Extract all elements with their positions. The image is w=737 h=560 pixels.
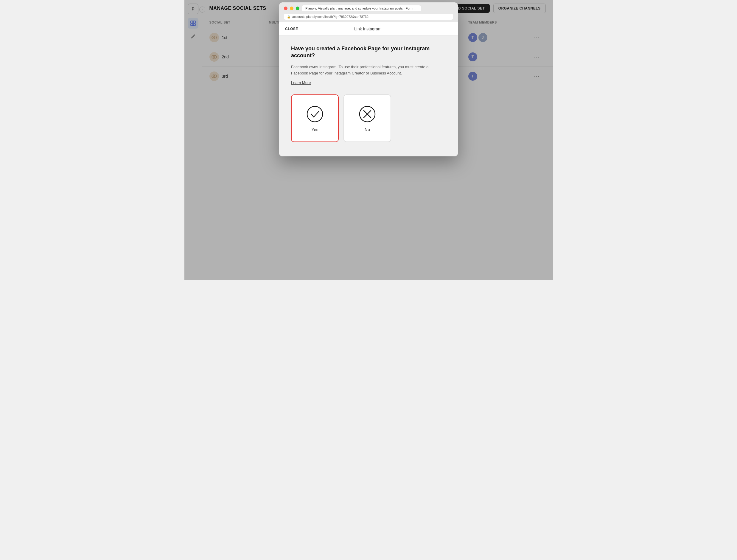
browser-overlay: Planoly: Visually plan, manage, and sche… <box>184 0 553 280</box>
dialog-options: Yes No <box>291 94 446 142</box>
dialog-header: CLOSE Link Instagram <box>279 22 458 36</box>
browser-controls: Planoly: Visually plan, manage, and sche… <box>284 5 453 11</box>
no-label: No <box>365 127 370 132</box>
browser-chrome: Planoly: Visually plan, manage, and sche… <box>279 2 458 22</box>
option-no-card[interactable]: No <box>343 94 391 142</box>
browser-tab[interactable]: Planoly: Visually plan, manage, and sche… <box>302 5 421 11</box>
dialog-close-button[interactable]: CLOSE <box>285 27 298 31</box>
browser-window: Planoly: Visually plan, manage, and sche… <box>279 2 458 156</box>
option-yes-card[interactable]: Yes <box>291 94 339 142</box>
yes-label: Yes <box>312 127 318 132</box>
traffic-light-red[interactable] <box>284 7 287 10</box>
checkmark-icon <box>305 105 324 124</box>
traffic-light-green[interactable] <box>296 7 299 10</box>
dialog-title: Link Instagram <box>298 27 438 31</box>
address-text[interactable]: accounts.planoly.com/link/fb?ig=7932072&… <box>292 15 369 18</box>
browser-address-bar: 🔒 accounts.planoly.com/link/fb?ig=793207… <box>284 14 453 20</box>
x-mark-icon <box>358 105 377 124</box>
dialog-description: Facebook owns Instagram. To use their pr… <box>291 64 446 77</box>
dialog-body: Have you created a Facebook Page for you… <box>279 36 458 156</box>
dialog-question: Have you created a Facebook Page for you… <box>291 45 446 59</box>
svg-point-15 <box>307 106 323 122</box>
learn-more-link[interactable]: Learn More <box>291 80 311 85</box>
lock-icon: 🔒 <box>287 15 290 18</box>
traffic-light-yellow[interactable] <box>290 7 293 10</box>
